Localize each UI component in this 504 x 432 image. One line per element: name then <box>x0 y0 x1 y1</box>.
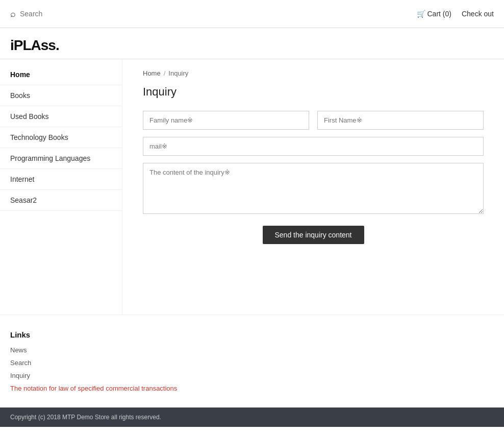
sidebar-item-home[interactable]: Home <box>0 64 122 85</box>
inquiry-form: Send the inquiry content <box>143 111 484 244</box>
cart-link[interactable]: 🛒 Cart (0) <box>417 10 451 18</box>
main-layout: Home Books Used Books Technology Books P… <box>0 59 504 315</box>
search-input[interactable] <box>20 10 417 18</box>
sidebar-item-seasar2[interactable]: Seasar2 <box>0 190 122 211</box>
sidebar-item-technology-books[interactable]: Technology Books <box>0 127 122 148</box>
sidebar-item-used-books[interactable]: Used Books <box>0 106 122 127</box>
search-icon: ⌕ <box>10 9 16 19</box>
page-title: Inquiry <box>143 85 484 99</box>
logo-bar: iPLAss. <box>0 28 504 59</box>
breadcrumb-separator: / <box>164 69 166 77</box>
cart-label: Cart (0) <box>427 10 451 18</box>
mail-input[interactable] <box>143 137 484 156</box>
sidebar-item-books[interactable]: Books <box>0 85 122 106</box>
breadcrumb-home[interactable]: Home <box>143 69 161 77</box>
footer-link-search[interactable]: Search <box>10 359 494 367</box>
copyright-text: Copyright (c) 2018 MTP Demo Store all ri… <box>10 414 161 421</box>
footer-bar: Copyright (c) 2018 MTP Demo Store all ri… <box>0 407 504 427</box>
name-row <box>143 111 484 130</box>
cart-icon: 🛒 <box>417 10 425 18</box>
breadcrumb-current: Inquiry <box>168 69 188 77</box>
footer-link-commercial-transactions[interactable]: The notation for law of specified commer… <box>10 385 494 392</box>
checkout-link[interactable]: Check out <box>462 10 494 18</box>
footer-link-news[interactable]: News <box>10 346 494 354</box>
family-name-input[interactable] <box>143 111 309 130</box>
sidebar-item-internet[interactable]: Internet <box>0 169 122 190</box>
first-name-input[interactable] <box>317 111 484 130</box>
inquiry-content-textarea[interactable] <box>143 163 484 214</box>
search-area: ⌕ <box>10 9 417 19</box>
sidebar: Home Books Used Books Technology Books P… <box>0 59 122 315</box>
site-logo[interactable]: iPLAss. <box>10 37 59 53</box>
sidebar-item-programming-languages[interactable]: Programming Languages <box>0 148 122 169</box>
footer-link-inquiry[interactable]: Inquiry <box>10 372 494 379</box>
submit-button[interactable]: Send the inquiry content <box>263 226 364 244</box>
footer-links-title: Links <box>10 330 494 339</box>
breadcrumb: Home / Inquiry <box>143 69 484 77</box>
main-content: Home / Inquiry Inquiry Send the inquiry … <box>122 59 504 315</box>
site-header: ⌕ 🛒 Cart (0) Check out <box>0 0 504 28</box>
footer-links-section: Links News Search Inquiry The notation f… <box>0 315 504 407</box>
header-right: 🛒 Cart (0) Check out <box>417 10 494 18</box>
